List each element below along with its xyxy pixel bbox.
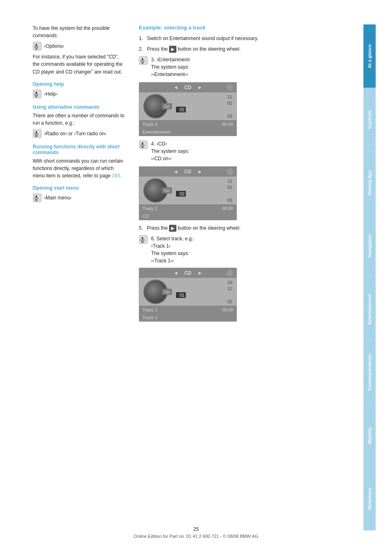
screen2-label: CD: [184, 169, 191, 175]
sidebar-tab-navigation[interactable]: Navigation: [363, 214, 376, 278]
screen1-bottom-label: Entertainment: [139, 128, 236, 136]
screen3-num-10: 10: [176, 280, 232, 285]
cd-screen-2: ◄ CD ► 11 01 02 03 Set Track 2: [139, 166, 237, 220]
svg-rect-25: [142, 237, 143, 240]
step-3-system-says: The system says: ››Entertainment‹‹: [151, 64, 189, 77]
screen2-nav-left: ◄: [173, 169, 178, 175]
step-2-content: Press the ▶ button on the steering wheel…: [147, 45, 351, 53]
help-command-line: ›Help‹: [33, 90, 127, 98]
svg-rect-17: [142, 58, 143, 61]
step-3: 3. ›Entertainment‹ The system says: ››En…: [139, 56, 351, 78]
opening-help-heading: Opening help: [33, 81, 127, 87]
screen3-time: 00:00: [222, 307, 233, 312]
voice-icon-4: [33, 193, 42, 202]
screen3-num-11: 11: [176, 286, 232, 291]
cd-screen-3-top: ◄ CD ►: [139, 268, 236, 278]
screen2-nav-right: ►: [198, 169, 203, 175]
step-6-system-says: The system says: ››Track 1‹‹: [151, 251, 189, 264]
screen3-nav-right: ►: [198, 270, 203, 276]
using-alternative-text: There are often a number of commands to …: [33, 112, 127, 127]
voice-icon-3: [33, 129, 42, 138]
sidebar-tab-controls[interactable]: Controls: [363, 88, 376, 151]
sidebar-tab-entertainment[interactable]: Entertainment: [363, 278, 376, 341]
alternative-command-line: ›Radio on‹ or ›Turn radio on‹: [33, 129, 127, 138]
screen2-num-03: 03: [176, 198, 232, 203]
sidebar: At a glance Controls Driving tips Naviga…: [363, 25, 376, 530]
screen1-nav-right: ►: [198, 85, 203, 90]
cd-screen-2-bottom: Track 2 00:00: [139, 204, 236, 213]
cd-screen-1: ◄ CD ► 11 01 02 03 Set Track 2: [139, 82, 237, 136]
step-1-number: 1.: [139, 35, 147, 42]
help-command-text: ›Help‹: [44, 91, 58, 97]
step-4-number: 4.: [151, 141, 156, 147]
screen2-time: 00:00: [222, 206, 233, 211]
sidebar-tab-at-a-glance[interactable]: At a glance: [363, 25, 376, 88]
main-content: To have the system list the possible com…: [0, 0, 392, 555]
step-4: 4. ›CD‹ The system says: ››CD on‹‹: [139, 140, 351, 162]
screen1-time: 00:00: [222, 122, 233, 127]
sidebar-tab-mobility[interactable]: Mobility: [363, 404, 376, 468]
screen3-set-btn: Set: [162, 289, 172, 295]
screen3-bottom-label: Track 1: [139, 314, 236, 321]
screen1-numbers: 11 01 02 03 Set: [176, 94, 232, 119]
screen2-set-btn: Set: [162, 188, 172, 194]
step-2: 2. Press the ▶ button on the steering wh…: [139, 45, 351, 53]
example-heading: Example: selecting a track: [139, 25, 351, 31]
screen1-num-03: 03: [176, 114, 232, 119]
opening-start-heading: Opening start menu: [33, 185, 127, 191]
right-column: Example: selecting a track 1. Switch on …: [139, 25, 351, 530]
step-4-system-says: The system says: ››CD on‹‹: [151, 148, 189, 161]
screen1-label: CD: [184, 85, 191, 90]
cd-screen-1-bottom: Track 2 00:00: [139, 120, 236, 128]
screen1-num-01: 01: [176, 101, 232, 105]
sidebar-tab-reference[interactable]: Reference: [363, 467, 376, 530]
screen1-num-11: 11: [176, 94, 232, 99]
screen3-nav-left: ◄: [173, 270, 178, 276]
cd-screen-2-top: ◄ CD ►: [139, 167, 236, 177]
svg-rect-9: [36, 131, 37, 134]
screen1-num-02-highlighted: 02: [176, 107, 186, 112]
screen1-set-btn: Set: [162, 103, 172, 110]
screen2-scroll: [227, 168, 233, 175]
step-6: 6. Select track, e.g.: ›Track 1‹ The sys…: [139, 235, 351, 264]
screen3-track-label: Track 1: [143, 307, 157, 312]
steering-wheel-btn-2: ▶: [169, 225, 176, 232]
step-6-content: 6. Select track, e.g.: ›Track 1‹ The sys…: [151, 235, 351, 264]
svg-rect-5: [36, 92, 37, 94]
screen2-track-label: Track 2: [143, 206, 157, 211]
voice-icon-6: [139, 140, 148, 149]
screen3-num-01-highlighted: 01: [176, 292, 186, 298]
for-instance-text: For instance, if you have selected "CD",…: [33, 53, 127, 76]
page-ref-link[interactable]: 265: [112, 173, 120, 179]
step-3-content: 3. ›Entertainment‹ The system says: ››En…: [151, 56, 351, 78]
voice-icon-2: [33, 90, 42, 98]
screen3-numbers: 10 11 01 02 Set: [176, 280, 232, 304]
step-1-content: Switch on Entertainment sound output if …: [147, 35, 351, 42]
step-6-number: 6.: [151, 236, 156, 242]
options-command-text: ›Options‹: [44, 43, 64, 49]
screen1-track-label: Track 2: [143, 122, 157, 127]
page-footer: 25 Online Edition for Part no. 01 41 2 6…: [0, 526, 392, 539]
cd-screen-3-bottom: Track 1 00:00: [139, 306, 236, 314]
screen3-num-02: 02: [176, 299, 232, 304]
cd-screen-3: ◄ CD ► 10 11 01 02 Set Track 1: [139, 268, 237, 322]
step-3-number: 3.: [151, 57, 156, 63]
voice-icon-7: [139, 235, 148, 244]
steering-wheel-btn-1: ▶: [169, 46, 176, 53]
screen3-label: CD: [184, 270, 191, 276]
footer-text: Online Edition for Part no. 01 41 2 600 …: [0, 534, 392, 539]
page-container: To have the system list the possible com…: [0, 0, 392, 555]
step-4-content: 4. ›CD‹ The system says: ››CD on‹‹: [151, 140, 351, 162]
page-number: 25: [0, 526, 392, 532]
alternative-command-text: ›Radio on‹ or ›Turn radio on‹: [44, 131, 106, 137]
main-menu-command-line: ›Main menu‹: [33, 193, 127, 202]
sidebar-tab-driving-tips[interactable]: Driving tips: [363, 151, 376, 215]
voice-icon-5: [139, 56, 148, 65]
step-1: 1. Switch on Entertainment sound output …: [139, 35, 351, 42]
sidebar-tab-communications[interactable]: Communications: [363, 341, 376, 404]
svg-rect-21: [142, 142, 143, 145]
voice-icon-1: [33, 42, 42, 51]
options-command-line: ›Options‹: [33, 42, 127, 51]
using-alternative-heading: Using alternative commands: [33, 104, 127, 110]
screen2-numbers: 11 01 02 03 Set: [176, 178, 232, 203]
